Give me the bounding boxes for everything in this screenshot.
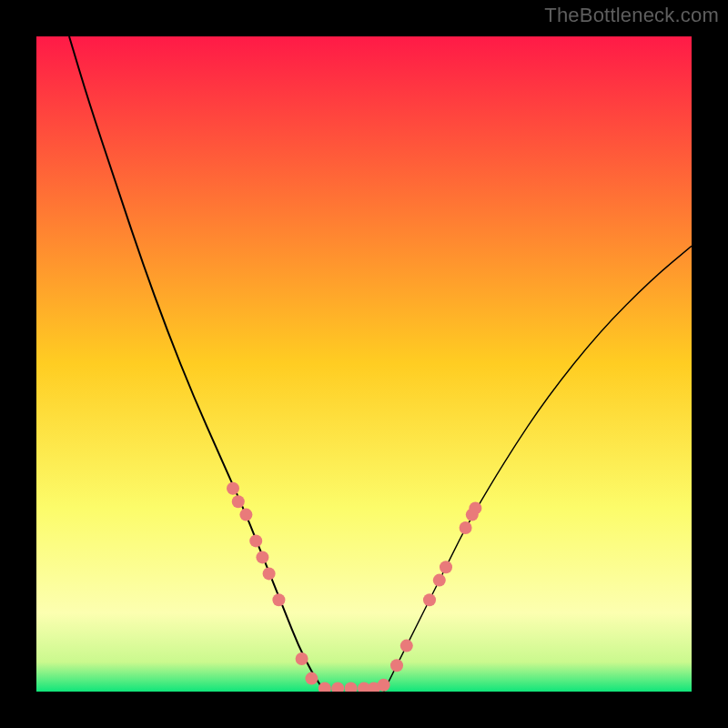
plot-area	[36, 36, 692, 692]
marker-dot	[256, 551, 268, 563]
marker-dot	[272, 593, 285, 606]
background-rect	[36, 36, 692, 692]
marker-dot	[249, 534, 262, 547]
marker-dot	[469, 501, 481, 514]
marker-dot	[400, 640, 413, 652]
watermark-text: TheBottleneck.com	[544, 4, 719, 27]
marker-dot	[227, 482, 239, 495]
marker-dot	[239, 509, 252, 521]
marker-dot	[433, 574, 446, 587]
marker-dot	[263, 567, 276, 580]
marker-dot	[296, 652, 308, 665]
marker-dot	[440, 561, 452, 573]
chart-container: TheBottleneck.com	[0, 0, 728, 728]
marker-dot	[460, 521, 472, 534]
chart-svg	[36, 36, 692, 692]
marker-dot	[378, 679, 390, 692]
marker-dot	[232, 495, 245, 508]
marker-dot	[305, 672, 318, 685]
marker-dot	[390, 659, 403, 672]
marker-dot	[423, 593, 436, 606]
